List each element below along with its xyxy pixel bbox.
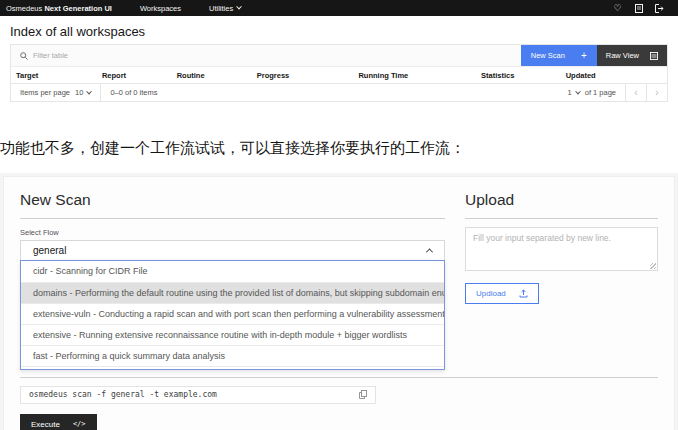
workspaces-table: New Scan + Raw View Target Report Routin… [10, 44, 668, 102]
note-text: 功能也不多，创建一个工作流试试，可以直接选择你要执行的工作流： [0, 138, 678, 158]
chevron-down-icon [236, 4, 242, 10]
command-text: osmedeus scan -f general -t example.com [29, 390, 217, 399]
column-header-progress: Progress [252, 71, 354, 80]
page-value: 1 [568, 88, 572, 97]
select-flow-label: Select Flow [20, 228, 445, 237]
new-scan-label: New Scan [531, 51, 565, 60]
column-header-report: Report [97, 71, 172, 80]
notebook-icon[interactable] [634, 4, 643, 13]
chevron-up-icon [426, 248, 433, 255]
new-scan-button[interactable]: New Scan + [521, 45, 597, 66]
workspaces-section: Index of all workspaces New Scan + Raw V… [0, 24, 678, 102]
chevron-down-icon [87, 88, 93, 94]
table-header-row: Target Report Routine Progress Running T… [11, 66, 667, 83]
flow-option-cidr[interactable]: cidr - Scanning for CIDR File [21, 261, 444, 282]
per-page-value: 10 [75, 88, 83, 97]
next-page-button[interactable]: › [647, 84, 667, 101]
upload-panel: Upload Updload [465, 191, 658, 304]
resize-handle[interactable] [650, 263, 656, 269]
page-title: Index of all workspaces [10, 24, 668, 39]
flow-option-extensive-vuln[interactable]: extensive-vuln - Conducting a rapid scan… [21, 303, 444, 324]
nav-utilities-label: Utilities [209, 4, 233, 13]
nav-item-workspaces[interactable]: Workspaces [140, 4, 181, 13]
raw-view-label: Raw View [606, 51, 639, 60]
upload-button-label: Updload [476, 289, 506, 298]
upload-title: Upload [465, 191, 658, 219]
brand-suffix: Next Generation UI [44, 4, 112, 13]
column-header-routine: Routine [172, 71, 252, 80]
new-scan-panel: New Scan Select Flow general cidr - Scan… [20, 191, 445, 260]
page-count-label: of 1 page [585, 88, 616, 97]
page-select[interactable]: 1 [568, 88, 580, 97]
logout-icon[interactable] [655, 4, 664, 13]
column-header-statistics: Statistics [476, 71, 561, 80]
heart-icon[interactable]: ♡ [613, 4, 622, 13]
nav-item-utilities[interactable]: Utilities [209, 4, 241, 13]
scan-form-section: New Scan Select Flow general cidr - Scan… [0, 173, 678, 430]
flow-combobox[interactable]: general [20, 240, 445, 260]
table-toolbar: New Scan + Raw View [11, 45, 667, 66]
code-icon: </> [73, 420, 86, 428]
upload-icon [519, 289, 528, 298]
scan-form-card: New Scan Select Flow general cidr - Scan… [3, 176, 675, 430]
copy-icon [359, 390, 367, 399]
prev-page-button[interactable]: ‹ [626, 84, 646, 101]
list-icon [650, 52, 658, 60]
brand-link[interactable]: Osmedeus Next Generation UI [6, 4, 112, 13]
column-header-target: Target [11, 71, 97, 80]
copy-button[interactable] [359, 390, 367, 399]
search-icon [20, 52, 28, 60]
raw-view-button[interactable]: Raw View [597, 45, 667, 66]
top-navbar: Osmedeus Next Generation UI Workspaces U… [0, 0, 678, 16]
items-range-text: 0–0 of 0 items [110, 88, 157, 97]
plus-icon: + [581, 51, 587, 61]
flow-option-fast[interactable]: fast - Performing a quick summary data a… [21, 345, 444, 366]
nav-workspaces-label: Workspaces [140, 4, 181, 13]
flow-option-general[interactable]: general - Running default reconnaissance… [21, 366, 444, 370]
filter-input[interactable] [33, 51, 521, 60]
new-scan-title: New Scan [20, 191, 445, 219]
execute-button[interactable]: Execute </> [20, 414, 97, 430]
chevron-down-icon [575, 88, 581, 94]
flow-dropdown: cidr - Scanning for CIDR File domains - … [20, 260, 445, 370]
brand-name: Osmedeus [6, 4, 42, 13]
column-header-running-time: Running Time [353, 71, 476, 80]
pagination-bar: Items per page 10 0–0 of 0 items 1 of 1 … [11, 83, 667, 101]
items-per-page-select[interactable]: 10 [75, 88, 91, 97]
combobox-value: general [33, 245, 66, 256]
flow-option-domains[interactable]: domains - Performing the default routine… [21, 282, 444, 303]
flow-option-extensive[interactable]: extensive - Running extensive reconnaiss… [21, 324, 444, 345]
upload-button[interactable]: Updload [465, 283, 539, 304]
execute-label: Execute [31, 420, 60, 429]
upload-textarea[interactable] [465, 227, 658, 271]
items-per-page-label: Items per page [20, 88, 70, 97]
column-header-updated: Updated [561, 71, 667, 80]
command-box: osmedeus scan -f general -t example.com [20, 386, 376, 404]
